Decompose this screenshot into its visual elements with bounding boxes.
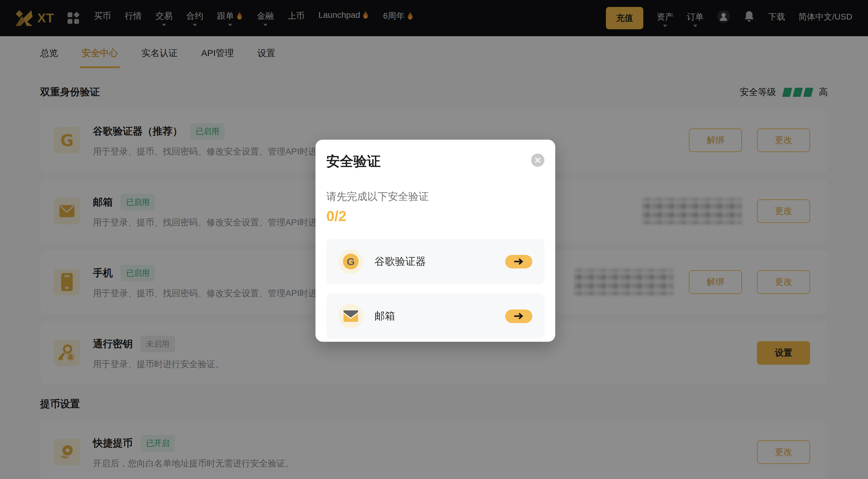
arrow-right-icon[interactable] [505, 255, 532, 268]
security-verification-modal: 安全验证 请先完成以下安全验证 0/2 G 谷歌验证器 邮箱 [315, 140, 555, 342]
google-authenticator-icon: G [338, 249, 363, 274]
modal-subtitle: 请先完成以下安全验证 [326, 190, 545, 204]
close-icon[interactable] [531, 153, 545, 167]
modal-item-google-authenticator[interactable]: G 谷歌验证器 [326, 239, 545, 284]
verification-progress: 0/2 [326, 208, 545, 224]
arrow-right-icon[interactable] [505, 309, 532, 323]
modal-item-label: 谷歌验证器 [375, 255, 426, 268]
modal-item-email[interactable]: 邮箱 [326, 294, 545, 339]
modal-title: 安全验证 [326, 152, 381, 171]
modal-item-label: 邮箱 [375, 309, 395, 323]
email-icon [338, 304, 363, 328]
